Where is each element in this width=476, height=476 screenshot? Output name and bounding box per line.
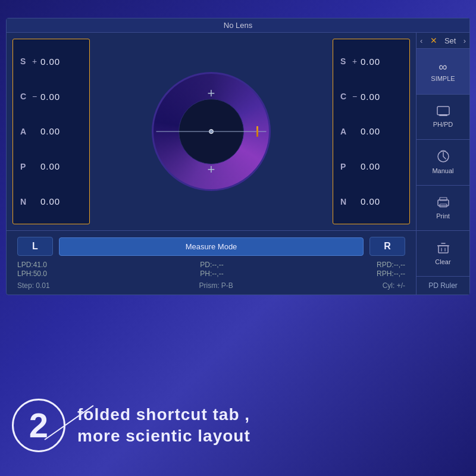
rpd-value: RPD:--,-- bbox=[377, 261, 405, 269]
right-c-sign: − bbox=[351, 92, 358, 101]
left-p-label: P bbox=[20, 162, 29, 171]
left-s-label: S bbox=[20, 57, 29, 66]
simple-label: SIMPLE bbox=[431, 75, 455, 82]
left-a-value: 0.00 bbox=[40, 126, 60, 136]
right-s-label: S bbox=[340, 57, 349, 66]
sidebar: ‹ ✕ Set › ∞ SIMPLE PH/PD bbox=[416, 33, 469, 295]
phd-label: PH/PD bbox=[433, 121, 453, 128]
number-circle: 2 bbox=[12, 399, 65, 452]
pd-info-row: LPD:41.0 LPH:50.0 PD:--,-- PH:--,-- RPD:… bbox=[12, 259, 410, 279]
right-pd-col: RPD:--,-- RPH:--,-- bbox=[377, 261, 405, 278]
svg-rect-6 bbox=[439, 246, 448, 253]
sidebar-set-label: Set bbox=[444, 36, 456, 45]
bottom-info-row: Step: 0.01 Prism: P-B Cyl: +/- bbox=[12, 280, 410, 291]
tagline-text: folded shortcut tab , more scientic layo… bbox=[77, 405, 250, 446]
tagline-line1: folded shortcut tab , bbox=[77, 405, 250, 424]
right-c-row: C − 0.00 bbox=[340, 92, 402, 102]
left-n-label: N bbox=[20, 197, 29, 206]
optical-inner bbox=[178, 99, 244, 164]
svg-rect-1 bbox=[439, 114, 447, 116]
main-content: S + 0.00 C − 0.00 A 0.00 bbox=[7, 33, 416, 295]
instrument-panel: No Lens S + 0.00 C − 0.00 bbox=[6, 18, 470, 295]
right-p-row: P 0.00 bbox=[340, 161, 402, 171]
left-n-row: N 0.00 bbox=[20, 196, 82, 206]
infinity-icon: ∞ bbox=[439, 61, 447, 73]
left-c-row: C − 0.00 bbox=[20, 92, 82, 102]
right-c-value: 0.00 bbox=[361, 92, 380, 102]
ph-value: PH:--,-- bbox=[200, 270, 223, 278]
sidebar-btn-clear[interactable]: Clear bbox=[416, 231, 469, 277]
measure-mode-button[interactable]: Measure Mode bbox=[59, 237, 364, 256]
left-measurement-box: S + 0.00 C − 0.00 A 0.00 bbox=[12, 39, 90, 224]
left-s-row: S + 0.00 bbox=[20, 57, 82, 67]
right-s-value: 0.00 bbox=[361, 57, 380, 67]
bottom-section: 2 folded shortcut tab , more scientic la… bbox=[12, 399, 464, 452]
left-n-value: 0.00 bbox=[40, 196, 60, 206]
prism-info: Prism: P-B bbox=[199, 281, 233, 290]
measurements-row: S + 0.00 C − 0.00 A 0.00 bbox=[7, 33, 416, 230]
manual-icon bbox=[437, 150, 450, 165]
sidebar-arrow-left[interactable]: ‹ bbox=[420, 36, 422, 45]
right-a-label: A bbox=[340, 127, 349, 136]
clear-icon bbox=[437, 242, 450, 256]
left-c-sign: − bbox=[31, 92, 38, 101]
optical-circle: + + bbox=[152, 72, 271, 191]
right-n-row: N 0.00 bbox=[340, 196, 402, 206]
center-pd-col: PD:--,-- PH:--,-- bbox=[200, 261, 223, 278]
print-icon bbox=[437, 196, 450, 210]
right-a-row: A 0.00 bbox=[340, 126, 402, 136]
clear-label: Clear bbox=[435, 258, 450, 265]
right-n-label: N bbox=[340, 197, 349, 206]
rph-value: RPH:--,-- bbox=[377, 270, 405, 278]
lph-value: LPH:50.0 bbox=[17, 270, 47, 278]
mode-row: L Measure Mode R bbox=[12, 234, 410, 258]
sidebar-arrow-right[interactable]: › bbox=[464, 36, 466, 45]
sidebar-pd-ruler[interactable]: PD Ruler bbox=[416, 277, 469, 295]
tagline-line2: more scientic layout bbox=[77, 427, 250, 446]
manual-label: Manual bbox=[432, 167, 453, 174]
sidebar-header: ‹ ✕ Set › bbox=[416, 33, 469, 49]
sidebar-btn-simple[interactable]: ∞ SIMPLE bbox=[416, 49, 469, 95]
left-s-value: 0.00 bbox=[40, 57, 60, 67]
sidebar-btn-phd[interactable]: PH/PD bbox=[416, 95, 469, 140]
right-s-sign: + bbox=[351, 57, 358, 66]
right-p-label: P bbox=[340, 162, 349, 171]
svg-rect-0 bbox=[437, 107, 449, 115]
right-c-label: C bbox=[340, 92, 349, 101]
left-p-value: 0.00 bbox=[40, 161, 60, 171]
pd-value: PD:--,-- bbox=[200, 261, 223, 269]
print-label: Print bbox=[436, 212, 450, 220]
plus-bottom-icon: + bbox=[208, 163, 215, 176]
right-p-value: 0.00 bbox=[361, 161, 380, 171]
right-a-value: 0.00 bbox=[361, 126, 380, 136]
left-pd-col: LPD:41.0 LPH:50.0 bbox=[17, 261, 47, 278]
lpd-value: LPD:41.0 bbox=[17, 261, 47, 269]
cyl-info: Cyl: +/- bbox=[383, 281, 405, 290]
right-s-row: S + 0.00 bbox=[340, 57, 402, 67]
panel-title: No Lens bbox=[7, 18, 469, 33]
optical-display: + + bbox=[95, 39, 328, 224]
right-n-value: 0.00 bbox=[361, 196, 380, 206]
sidebar-btn-print[interactable]: Print bbox=[416, 186, 469, 231]
phd-icon bbox=[437, 106, 450, 118]
panel-body: S + 0.00 C − 0.00 A 0.00 bbox=[7, 33, 469, 295]
right-eye-button[interactable]: R bbox=[369, 237, 405, 256]
status-row: L Measure Mode R LPD:41.0 LPH:50.0 PD:--… bbox=[7, 230, 416, 295]
left-c-label: C bbox=[20, 92, 29, 101]
left-a-label: A bbox=[20, 127, 29, 136]
sidebar-btn-manual[interactable]: Manual bbox=[416, 140, 469, 186]
number-container: 2 bbox=[12, 399, 65, 452]
left-a-row: A 0.00 bbox=[20, 126, 82, 136]
left-s-sign: + bbox=[31, 57, 38, 66]
left-p-row: P 0.00 bbox=[20, 161, 82, 171]
measurement-needle bbox=[256, 126, 258, 137]
step-info: Step: 0.01 bbox=[17, 281, 50, 290]
right-measurement-box: S + 0.00 C − 0.00 A 0.00 bbox=[333, 39, 410, 224]
left-eye-button[interactable]: L bbox=[17, 237, 53, 256]
center-dot bbox=[209, 129, 214, 134]
plus-top-icon: + bbox=[208, 87, 215, 100]
optical-wrap: + + bbox=[149, 69, 274, 194]
left-c-value: 0.00 bbox=[40, 92, 60, 102]
gear-icon: ✕ bbox=[430, 36, 437, 45]
